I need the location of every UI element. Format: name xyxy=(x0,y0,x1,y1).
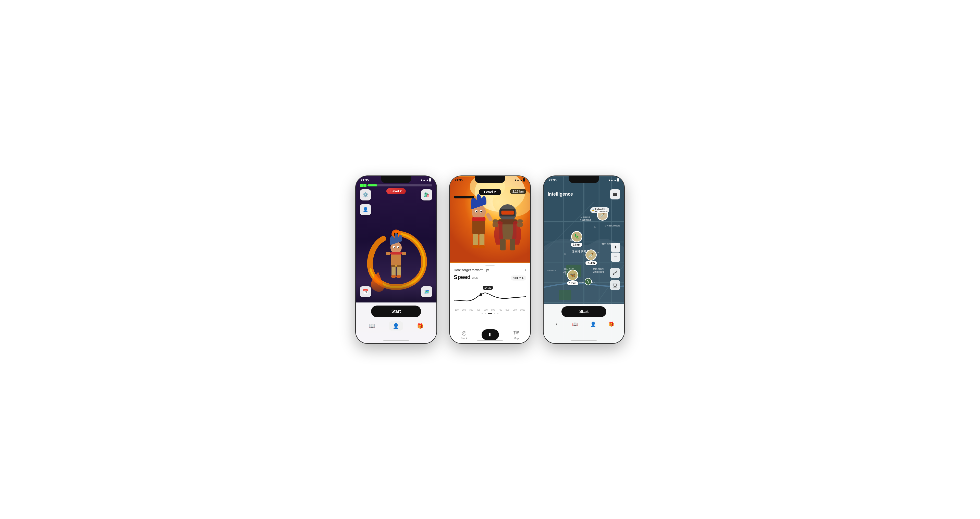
intelligence-title: Intelligence xyxy=(548,192,573,197)
phone2-panel: Don't forget to warm up! › Speed km/h 10… xyxy=(450,263,530,343)
speed-row: Speed km/h 100 m > xyxy=(454,274,526,281)
eye-icon-2: 👁 xyxy=(564,253,566,256)
start-button-1[interactable]: Start xyxy=(371,306,421,317)
svg-rect-68 xyxy=(614,284,616,286)
tab-gift-3[interactable]: 🎁 xyxy=(606,320,616,328)
svg-rect-37 xyxy=(501,210,514,214)
chart-x-labels: 100 200 300 400 500 600 700 800 900 1000 xyxy=(454,309,526,311)
tab-gift-1[interactable]: 🎁 xyxy=(413,321,428,330)
marker-telegraph[interactable]: 🗡️ 🔒 On level 3TELEGRAPH xyxy=(597,210,608,221)
phone-2: 21:35 ▲▲ ▲ ▊ xyxy=(449,175,531,344)
phone-1: 21:35 ▲▲ ▲ ▊ xyxy=(355,175,437,344)
svg-rect-30 xyxy=(479,234,485,246)
notch-2 xyxy=(475,176,505,183)
zoom-controls: + − xyxy=(611,243,620,262)
status-time-3: 21:35 xyxy=(549,179,557,182)
home-indicator-3 xyxy=(571,340,597,341)
status-icons-2: ▲▲ ▲ ▊ xyxy=(514,179,525,181)
person-button[interactable]: 👤 xyxy=(360,204,371,215)
tab-person-1[interactable]: 👤 xyxy=(389,321,403,330)
svg-rect-40 xyxy=(517,219,523,223)
phones-container: 21:35 ▲▲ ▲ ▊ xyxy=(345,165,635,354)
layers-button[interactable] xyxy=(610,189,620,200)
svg-rect-41 xyxy=(493,222,498,227)
svg-rect-24 xyxy=(472,217,485,221)
speed-label: Speed xyxy=(454,274,471,281)
home-indicator-1 xyxy=(383,340,409,341)
svg-rect-61 xyxy=(613,193,617,194)
warm-up-arrow: › xyxy=(525,268,526,272)
phone-3: 21:35 ▲▲ ▲ ▊ xyxy=(543,175,625,344)
track-icon: ◎ xyxy=(462,330,466,336)
route-button[interactable] xyxy=(610,268,620,278)
chinatown-label: CHINATOWN xyxy=(605,224,620,227)
svg-rect-63 xyxy=(613,195,617,196)
tab-bar-1: 📖 👤 🎁 xyxy=(360,319,432,333)
status-icons-3: ▲▲ ▲ ▊ xyxy=(608,179,619,181)
calendar-button[interactable]: 📅 xyxy=(360,286,371,297)
map-button[interactable]: 🗺️ xyxy=(421,286,432,297)
svg-rect-33 xyxy=(485,213,493,222)
distance-label-2: 3.8km xyxy=(571,243,582,247)
tab-person-3[interactable]: 👤 xyxy=(588,320,598,328)
level-badge-1: Level 2 xyxy=(387,188,406,194)
university-label: rsity of Ca... xyxy=(547,270,558,272)
phone1-bottom: Start 📖 👤 🎁 xyxy=(356,303,436,343)
telegraph-badge: 🔒 On level 3TELEGRAPH xyxy=(590,207,609,213)
start-button-3[interactable]: Start xyxy=(562,306,606,317)
zoom-in-button[interactable]: + xyxy=(611,243,620,252)
crop-button[interactable] xyxy=(610,280,620,290)
home-indicator-2 xyxy=(477,340,503,341)
tab-back[interactable]: ‹ xyxy=(552,320,562,328)
page-dots xyxy=(454,313,526,314)
dot-4 xyxy=(494,313,495,314)
phone3-header: Intelligence xyxy=(544,187,624,202)
svg-point-7 xyxy=(394,247,395,248)
mission-label: MISSIONDISTRICT xyxy=(593,268,605,273)
progress-bar-2 xyxy=(454,196,474,198)
svg-rect-43 xyxy=(500,239,506,250)
tab-book-1[interactable]: 📖 xyxy=(365,321,379,330)
bag-button[interactable]: 🛍️ xyxy=(421,189,432,200)
tab-map-2[interactable]: 🗺 Map xyxy=(514,330,519,340)
gift-icon-1: 🎁 xyxy=(417,323,423,329)
distance-label-4: 1.7km xyxy=(567,281,578,285)
svg-rect-42 xyxy=(517,222,523,227)
marker-1-7km[interactable]: 🦋 1.7km xyxy=(567,270,578,285)
dot-2 xyxy=(485,313,486,314)
person-icon-1: 👤 xyxy=(393,323,399,329)
zoom-out-button[interactable]: − xyxy=(611,252,620,262)
phone3-bottom: Start ‹ 📖 👤 🎁 xyxy=(544,304,624,343)
marker-avatar-2: 🦎 xyxy=(571,231,582,242)
svg-rect-60 xyxy=(558,290,571,300)
dot-1 xyxy=(482,313,483,314)
svg-rect-29 xyxy=(473,234,478,246)
phone2-tab-bar: ◎ Track ⏸ 🗺 Map xyxy=(454,327,526,341)
marina-district-label: MARINADISTRICT xyxy=(580,216,592,222)
svg-point-27 xyxy=(476,211,477,212)
marker-avatar-3: 🗡️ xyxy=(585,249,597,261)
map-icon-2: 🗺 xyxy=(514,330,519,336)
svg-point-45 xyxy=(479,293,482,295)
warm-up-text: Don't forget to warm up! xyxy=(454,268,489,272)
svg-rect-44 xyxy=(510,239,515,250)
track-label: Track xyxy=(461,337,467,340)
svg-point-14 xyxy=(391,275,396,278)
svg-rect-11 xyxy=(402,252,406,255)
pause-button[interactable]: ⏸ xyxy=(482,329,499,340)
svg-point-8 xyxy=(398,247,399,248)
marker-2-5km[interactable]: 🗡️ 2.5km xyxy=(585,249,597,265)
tab-book-3[interactable]: 📖 xyxy=(570,320,580,328)
tab-track[interactable]: ◎ Track xyxy=(461,330,467,340)
drag-indicator xyxy=(485,265,495,266)
gear-button[interactable]: ⚙️ xyxy=(360,189,371,200)
speed-chart: 14.30 xyxy=(454,284,526,306)
marker-3-8km[interactable]: 🦎 3.8km xyxy=(571,231,582,247)
map-label: Map xyxy=(514,337,519,340)
right-actions xyxy=(610,268,620,290)
dot-3 xyxy=(488,313,492,314)
distance-badge: 2.15 km xyxy=(510,189,526,194)
distance-chip[interactable]: 100 m > xyxy=(511,275,526,281)
svg-rect-17 xyxy=(395,265,397,267)
status-icons-1: ▲▲ ▲ ▊ xyxy=(420,179,431,181)
